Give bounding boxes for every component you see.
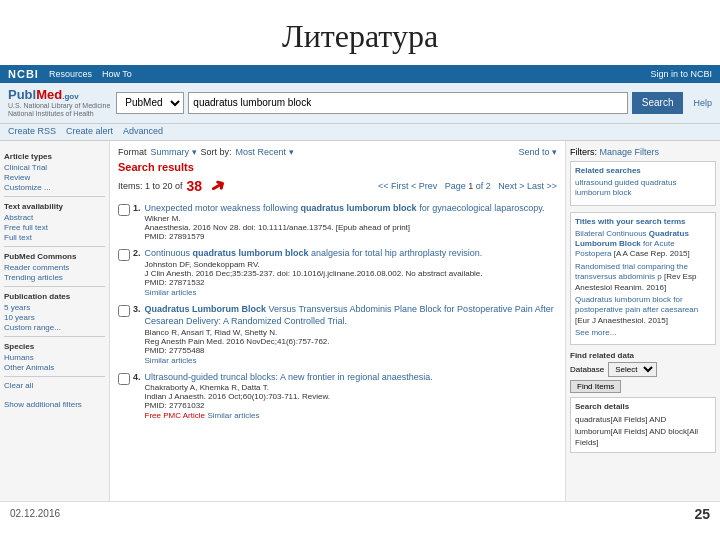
title-item-3[interactable]: Quadratus lumborum block for postoperati… bbox=[575, 295, 711, 326]
result-checkbox-4[interactable] bbox=[118, 373, 130, 385]
result-journal-2: J Clin Anesth. 2016 Dec;35:235-237. doi:… bbox=[145, 269, 483, 278]
sub-search-bar: Create RSS Create alert Advanced bbox=[0, 124, 720, 141]
related-searches-box: Related searches ultrasound guided quadr… bbox=[570, 161, 716, 206]
footer-date: 02.12.2016 bbox=[10, 508, 60, 519]
see-more-link[interactable]: See more... bbox=[575, 328, 711, 338]
sidebar-10years[interactable]: 10 years bbox=[4, 313, 105, 322]
result-title-2: Continuous quadratus lumborum block anal… bbox=[145, 248, 483, 260]
ncbi-resources[interactable]: Resources bbox=[49, 69, 92, 79]
sort-label: Sort by: bbox=[201, 147, 232, 157]
result-similar-2[interactable]: Similar articles bbox=[145, 288, 197, 297]
footer-slide-number: 25 bbox=[694, 506, 710, 522]
result-title-3: Quadratus Lumborum Block Versus Transver… bbox=[145, 304, 557, 327]
search-button[interactable]: Search bbox=[632, 92, 684, 114]
create-alert-link[interactable]: Create alert bbox=[66, 126, 113, 136]
sidebar-reader-comments[interactable]: Reader comments bbox=[4, 263, 105, 272]
advanced-link[interactable]: Advanced bbox=[123, 126, 163, 136]
format-label: Format bbox=[118, 147, 147, 157]
sidebar-trending[interactable]: Trending articles bbox=[4, 273, 105, 282]
pubmed-logo: PublMed.gov bbox=[8, 87, 110, 102]
table-row: 4. Ultrasound-guided truncal blocks: A n… bbox=[118, 372, 557, 421]
result-journal-3: Reg Anesth Pain Med. 2016 NovDec;41(6):7… bbox=[145, 337, 557, 346]
result-authors-4: Chakraborty A, Khemka R, Datta T. bbox=[145, 383, 433, 392]
search-input[interactable] bbox=[188, 92, 627, 114]
center-content: Format Summary ▾ Sort by: Most Recent ▾ … bbox=[110, 141, 565, 501]
sidebar-article-types-title: Article types bbox=[4, 152, 105, 161]
sidebar-customize[interactable]: Customize ... bbox=[4, 183, 105, 192]
left-sidebar: Article types Clinical Trial Review Cust… bbox=[0, 141, 110, 501]
sidebar-clear-all[interactable]: Clear all bbox=[4, 381, 105, 390]
find-related-section: Find related data Database Select Find I… bbox=[570, 351, 716, 393]
search-bar: PubMed Search bbox=[116, 92, 683, 114]
result-similar-4[interactable]: Similar articles bbox=[208, 411, 260, 420]
format-bar: Format Summary ▾ Sort by: Most Recent ▾ … bbox=[118, 147, 557, 157]
search-results-heading: Search results bbox=[118, 161, 557, 173]
format-value[interactable]: Summary ▾ bbox=[151, 147, 197, 157]
page-footer: 02.12.2016 25 bbox=[0, 501, 720, 526]
sidebar-show-additional[interactable]: Show additional filters bbox=[4, 400, 105, 409]
result-number-1: 1. bbox=[133, 203, 141, 213]
sort-value[interactable]: Most Recent ▾ bbox=[236, 147, 294, 157]
sidebar-full-text[interactable]: Full text bbox=[4, 233, 105, 242]
sidebar-species-title: Species bbox=[4, 342, 105, 351]
sidebar-other-animals[interactable]: Other Animals bbox=[4, 363, 105, 372]
ncbi-howto[interactable]: How To bbox=[102, 69, 132, 79]
title-item-1[interactable]: Bilateral Continuous Quadratus Lumborum … bbox=[575, 229, 711, 260]
sidebar-pub-dates-title: Publication dates bbox=[4, 292, 105, 301]
pagination: << First < Prev Page 1 of 2 Next > Last … bbox=[378, 181, 557, 191]
results-count-bar: Items: 1 to 20 of 38 ➜ << First < Prev P… bbox=[118, 175, 557, 197]
result-checkbox-3[interactable] bbox=[118, 305, 130, 317]
search-details-text: quadratus[All Fields] AND lumborum[All F… bbox=[575, 414, 711, 448]
result-checkbox-1[interactable] bbox=[118, 204, 130, 216]
arrow-icon: ➜ bbox=[206, 173, 230, 200]
main-content: Article types Clinical Trial Review Cust… bbox=[0, 141, 720, 501]
sidebar-pubmed-commons-title: PubMed Commons bbox=[4, 252, 105, 261]
result-pmid-4: PMID: 27761032 bbox=[145, 401, 433, 410]
result-pmid-1: PMID: 27891579 bbox=[145, 232, 545, 241]
sidebar-custom-range[interactable]: Custom range... bbox=[4, 323, 105, 332]
find-related-title: Find related data bbox=[570, 351, 716, 360]
result-pmid-2: PMID: 27871532 bbox=[145, 278, 483, 287]
results-list: 1. Unexpected motor weakness following q… bbox=[118, 203, 557, 420]
help-link[interactable]: Help bbox=[693, 98, 712, 108]
result-number-4: 4. bbox=[133, 372, 141, 382]
result-free-pmc-4: Free PMC Article bbox=[145, 411, 205, 420]
ncbi-signin[interactable]: Sign in to NCBI bbox=[650, 69, 712, 79]
result-pmid-3: PMID: 27755488 bbox=[145, 346, 557, 355]
result-authors-3: Blanco R, Ansari T, Riad W, Shetty N. bbox=[145, 328, 557, 337]
result-authors-2: Johnston DF, Sondekoppam RV. bbox=[145, 260, 483, 269]
title-item-2[interactable]: Randomised trial comparing the transvers… bbox=[575, 262, 711, 293]
result-number-2: 2. bbox=[133, 248, 141, 258]
sidebar-free-full-text[interactable]: Free full text bbox=[4, 223, 105, 232]
result-checkbox-2[interactable] bbox=[118, 249, 130, 261]
search-details-box: Search details quadratus[All Fields] AND… bbox=[570, 397, 716, 453]
send-to[interactable]: Send to ▾ bbox=[518, 147, 557, 157]
database-select[interactable]: PubMed bbox=[116, 92, 184, 114]
sidebar-abstract[interactable]: Abstract bbox=[4, 213, 105, 222]
result-number-3: 3. bbox=[133, 304, 141, 314]
result-similar-3[interactable]: Similar articles bbox=[145, 356, 197, 365]
sidebar-review[interactable]: Review bbox=[4, 173, 105, 182]
right-sidebar: Filters: Manage Filters Related searches… bbox=[565, 141, 720, 501]
result-journal-1: Anaesthesia. 2016 Nov 28. doi: 10.1111/a… bbox=[145, 223, 545, 232]
find-items-button[interactable]: Find Items bbox=[570, 380, 621, 393]
table-row: 3. Quadratus Lumborum Block Versus Trans… bbox=[118, 304, 557, 364]
database-dropdown[interactable]: Select bbox=[608, 362, 657, 377]
database-row: Database Select bbox=[570, 362, 716, 377]
sidebar-5years[interactable]: 5 years bbox=[4, 303, 105, 312]
pubmed-tagline: U.S. National Library of Medicine Nation… bbox=[8, 102, 110, 119]
ncbi-top-bar: NCBI Resources How To Sign in to NCBI bbox=[0, 65, 720, 83]
search-details-title: Search details bbox=[575, 402, 711, 411]
manage-filters-link[interactable]: Manage Filters bbox=[600, 147, 660, 157]
items-text: Items: 1 to 20 of bbox=[118, 181, 183, 191]
sidebar-clinical-trial[interactable]: Clinical Trial bbox=[4, 163, 105, 172]
result-authors-1: Wikner M. bbox=[145, 214, 545, 223]
titles-box: Titles with your search terms Bilateral … bbox=[570, 212, 716, 346]
related-search-1[interactable]: ultrasound guided quadratus lumborum blo… bbox=[575, 178, 711, 199]
result-title-4: Ultrasound-guided truncal blocks: A new … bbox=[145, 372, 433, 384]
pubmed-header: PublMed.gov U.S. National Library of Med… bbox=[0, 83, 720, 124]
sidebar-humans[interactable]: Humans bbox=[4, 353, 105, 362]
create-rss-link[interactable]: Create RSS bbox=[8, 126, 56, 136]
results-count: 38 bbox=[187, 178, 203, 194]
table-row: 1. Unexpected motor weakness following q… bbox=[118, 203, 557, 242]
